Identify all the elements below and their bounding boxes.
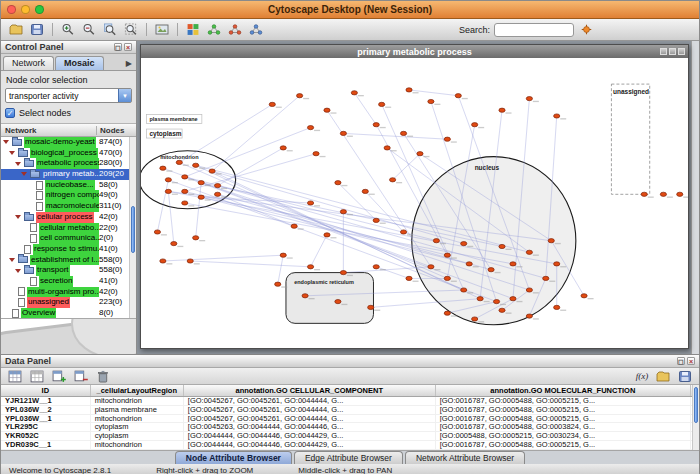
- network-node[interactable]: [214, 192, 220, 196]
- network-node[interactable]: [390, 178, 396, 182]
- zoom-window-button[interactable]: [35, 5, 44, 14]
- close-panel-icon[interactable]: ×: [687, 357, 695, 365]
- network-node[interactable]: [182, 175, 188, 179]
- save-session-icon[interactable]: [27, 21, 47, 39]
- network-node[interactable]: [554, 262, 560, 266]
- tree-column-network[interactable]: Network: [1, 126, 97, 135]
- network-node[interactable]: [160, 259, 166, 263]
- tree-scrollbar-thumb[interactable]: [131, 206, 135, 253]
- network-node[interactable]: [472, 123, 478, 127]
- network-node[interactable]: [335, 181, 341, 185]
- network-node[interactable]: [433, 239, 439, 243]
- search-options-icon[interactable]: [578, 21, 594, 39]
- tree-row[interactable]: nitrogen compo...49(0): [1, 190, 136, 201]
- network-node[interactable]: [444, 137, 450, 141]
- network-edge[interactable]: [163, 255, 283, 261]
- network-edge[interactable]: [354, 93, 376, 125]
- tab-edge-attribute-browser[interactable]: Edge Attribute Browser: [294, 451, 403, 464]
- network-node[interactable]: [165, 189, 171, 193]
- desktop-scrollbar[interactable]: [691, 41, 699, 354]
- minimize-view-icon[interactable]: [660, 48, 667, 55]
- network-node[interactable]: [280, 146, 286, 150]
- zoom-in-icon[interactable]: [58, 21, 78, 39]
- network-node[interactable]: [176, 160, 182, 164]
- network-node[interactable]: [182, 189, 188, 193]
- tree-row[interactable]: biological_process470(0): [1, 148, 136, 159]
- network-node[interactable]: [444, 311, 450, 315]
- expander-icon[interactable]: [15, 215, 21, 219]
- network-node[interactable]: [171, 242, 177, 246]
- network-node[interactable]: [461, 242, 467, 246]
- network-node[interactable]: [275, 282, 281, 286]
- import-network-icon[interactable]: [225, 21, 245, 39]
- network-edge[interactable]: [190, 261, 310, 267]
- network-node[interactable]: [384, 146, 390, 150]
- network-edge[interactable]: [311, 235, 327, 267]
- close-window-button[interactable]: [7, 5, 16, 14]
- network-node[interactable]: [526, 250, 532, 254]
- network-edge[interactable]: [179, 104, 272, 162]
- network-node[interactable]: [368, 305, 374, 309]
- tree-row[interactable]: unassigned223(0): [1, 297, 136, 308]
- node-color-dropdown[interactable]: transporter activity ▼: [5, 88, 132, 103]
- float-panel-icon[interactable]: ◻: [677, 357, 685, 365]
- network-node[interactable]: [526, 97, 532, 101]
- network-node[interactable]: [400, 230, 406, 234]
- network-node[interactable]: [581, 294, 587, 298]
- network-node[interactable]: [554, 305, 560, 309]
- import-attributes-icon[interactable]: [653, 367, 673, 385]
- network-node[interactable]: [499, 108, 505, 112]
- snapshot-icon[interactable]: [152, 21, 172, 39]
- network-node[interactable]: [193, 236, 199, 240]
- network-node[interactable]: [455, 94, 461, 98]
- network-node[interactable]: [302, 294, 308, 298]
- network-node[interactable]: [461, 288, 467, 292]
- network-node[interactable]: [641, 192, 647, 196]
- table-row[interactable]: YDR039C__1mitochondrion[GO:0044444, GO:0…: [1, 441, 699, 450]
- network-node[interactable]: [379, 102, 385, 106]
- network-edge[interactable]: [343, 133, 447, 139]
- tree-row[interactable]: metabolic process280(0): [1, 158, 136, 169]
- new-attribute-icon[interactable]: [49, 367, 69, 385]
- chevron-down-icon[interactable]: ▼: [118, 89, 131, 102]
- expander-icon[interactable]: [9, 258, 15, 262]
- tree-scrollbar[interactable]: [129, 137, 136, 318]
- network-node[interactable]: [677, 192, 683, 196]
- expander-icon[interactable]: [3, 140, 9, 144]
- network-node[interactable]: [428, 265, 434, 269]
- network-node[interactable]: [324, 233, 330, 237]
- network-node[interactable]: [510, 262, 516, 266]
- network-node[interactable]: [269, 102, 275, 106]
- table-row[interactable]: YJR121W__1mitochondrion[GO:0045267, GO:0…: [1, 397, 699, 406]
- tree-row[interactable]: multi-organism pro...42(0): [1, 287, 136, 298]
- network-node[interactable]: [406, 88, 412, 92]
- column-header[interactable]: ID: [1, 385, 91, 396]
- tree-row[interactable]: cellular metabo...22(0): [1, 223, 136, 234]
- network-node[interactable]: [307, 201, 313, 205]
- network-node[interactable]: [340, 131, 346, 135]
- network-node[interactable]: [198, 195, 204, 199]
- network-node[interactable]: [488, 268, 494, 272]
- open-session-icon[interactable]: [6, 21, 26, 39]
- unselect-attributes-icon[interactable]: [27, 367, 47, 385]
- tree-column-nodes[interactable]: Nodes: [97, 126, 136, 135]
- select-nodes-checkbox[interactable]: [5, 108, 15, 118]
- network-node[interactable]: [193, 163, 199, 167]
- network-node[interactable]: [428, 99, 434, 103]
- network-node[interactable]: [548, 239, 554, 243]
- save-attributes-icon[interactable]: [675, 367, 695, 385]
- network-edge[interactable]: [365, 191, 403, 232]
- network-node[interactable]: [660, 192, 666, 196]
- tree-row[interactable]: response to stimu...41(0): [1, 244, 136, 255]
- formula-builder-icon[interactable]: f(x): [633, 367, 651, 385]
- network-canvas[interactable]: plasma membranecytoplasmmitochondrionnuc…: [141, 58, 688, 348]
- network-node[interactable]: [335, 300, 341, 304]
- network-node[interactable]: [307, 265, 313, 269]
- tree-row[interactable]: nucleobase...58(0): [1, 180, 136, 191]
- network-node[interactable]: [351, 91, 357, 95]
- network-node[interactable]: [493, 300, 499, 304]
- tree-row[interactable]: transport558(0): [1, 265, 136, 276]
- network-node[interactable]: [373, 123, 379, 127]
- network-node[interactable]: [280, 253, 286, 257]
- tab-network[interactable]: Network: [3, 56, 54, 70]
